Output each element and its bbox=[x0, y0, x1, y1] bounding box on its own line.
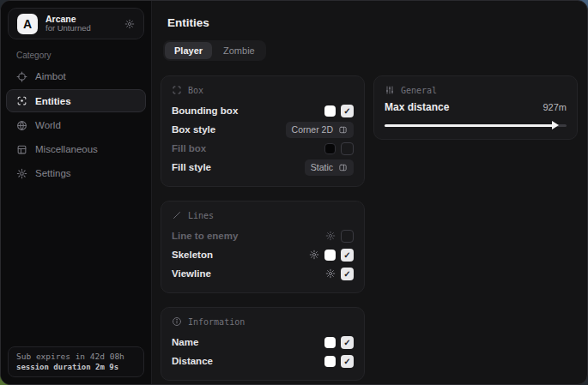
color-swatch[interactable] bbox=[324, 337, 336, 348]
color-swatch[interactable] bbox=[324, 143, 336, 154]
box-card-header: Box bbox=[172, 85, 354, 95]
page-title: Entities bbox=[167, 16, 577, 29]
dropdown-value: Static bbox=[311, 162, 333, 172]
diagonal-line-icon bbox=[172, 210, 182, 220]
session-duration-text: session duration 2m 9s bbox=[16, 363, 136, 371]
setting-row-name: Name ✓ bbox=[172, 333, 354, 352]
sidebar-item-miscellaneous[interactable]: Miscellaneous bbox=[1, 137, 151, 161]
setting-label: Box style bbox=[172, 124, 215, 135]
sidebar-item-aimbot[interactable]: Aimbot bbox=[1, 64, 151, 88]
color-swatch[interactable] bbox=[324, 356, 336, 367]
box-corners-icon bbox=[172, 85, 182, 95]
select-icon bbox=[338, 125, 348, 135]
setting-label: Max distance bbox=[385, 101, 449, 113]
setting-label: Fill box bbox=[172, 143, 206, 153]
box-style-dropdown[interactable]: Corner 2D bbox=[286, 122, 354, 138]
tab-zombie[interactable]: Zombie bbox=[214, 42, 264, 59]
sidebar-item-label: Miscellaneous bbox=[35, 144, 98, 154]
gear-icon[interactable] bbox=[325, 268, 336, 279]
setting-label: Skeleton bbox=[172, 250, 213, 260]
lines-card: Lines Line to enemy Skeleton bbox=[161, 201, 365, 293]
check-icon: ✓ bbox=[343, 106, 350, 116]
sidebar-item-label: Settings bbox=[35, 168, 71, 178]
bounding-box-checkbox[interactable]: ✓ bbox=[341, 105, 354, 117]
sidebar-item-label: Aimbot bbox=[35, 71, 66, 81]
subscription-info: Sub expires in 42d 08h session duration … bbox=[8, 346, 144, 377]
setting-row-fill-style: Fill style Static bbox=[172, 158, 354, 177]
crosshair-icon bbox=[16, 71, 27, 82]
name-checkbox[interactable]: ✓ bbox=[341, 336, 354, 349]
select-icon bbox=[338, 163, 348, 172]
sidebar-item-label: Entities bbox=[35, 96, 71, 106]
app-subtitle: for Unturned bbox=[45, 24, 91, 33]
entity-tabs: Player Zombie bbox=[163, 40, 266, 61]
setting-row-distance: Distance ✓ bbox=[172, 352, 354, 370]
layout-icon bbox=[16, 144, 27, 155]
globe-icon bbox=[16, 120, 27, 131]
gear-icon bbox=[16, 168, 27, 179]
info-icon bbox=[172, 316, 182, 327]
distance-checkbox[interactable]: ✓ bbox=[341, 355, 354, 368]
setting-row-bounding-box: Bounding box ✓ bbox=[172, 101, 354, 120]
check-icon: ✓ bbox=[343, 250, 350, 260]
sidebar-item-entities[interactable]: Entities bbox=[6, 89, 146, 112]
dropdown-value: Corner 2D bbox=[292, 124, 333, 135]
card-title: Information bbox=[188, 317, 245, 327]
app-window: A Arcane for Unturned Category Aimbot bbox=[0, 0, 588, 385]
tab-player[interactable]: Player bbox=[165, 42, 212, 59]
viewline-checkbox[interactable]: ✓ bbox=[341, 268, 354, 280]
setting-label: Line to enemy bbox=[172, 231, 238, 241]
lines-card-header: Lines bbox=[172, 210, 354, 220]
scan-icon bbox=[16, 95, 27, 106]
sidebar-item-settings[interactable]: Settings bbox=[1, 161, 151, 185]
fill-box-checkbox[interactable] bbox=[341, 142, 354, 155]
setting-label: Bounding box bbox=[172, 105, 238, 116]
setting-label: Distance bbox=[172, 356, 213, 366]
sidebar-item-label: World bbox=[35, 120, 61, 130]
card-title: Lines bbox=[188, 211, 214, 220]
setting-row-skeleton: Skeleton ✓ bbox=[172, 245, 354, 264]
information-card-header: Information bbox=[172, 316, 354, 327]
category-label: Category bbox=[16, 51, 151, 60]
information-card: Information Name ✓ Distance ✓ bbox=[161, 307, 365, 381]
card-title: Box bbox=[188, 86, 203, 95]
gear-icon[interactable] bbox=[309, 250, 319, 260]
color-swatch[interactable] bbox=[324, 250, 336, 261]
setting-row-max-distance: Max distance 927m bbox=[385, 101, 567, 113]
sidebar-item-world[interactable]: World bbox=[1, 113, 151, 137]
color-swatch[interactable] bbox=[324, 105, 336, 117]
setting-row-line-to-enemy: Line to enemy bbox=[172, 226, 354, 245]
setting-label: Viewline bbox=[172, 268, 211, 279]
app-logo: A bbox=[17, 14, 38, 34]
line-to-enemy-checkbox[interactable] bbox=[341, 230, 354, 243]
slider-fill bbox=[385, 124, 554, 127]
sidebar-nav: Aimbot Entities World Miscellaneous bbox=[1, 64, 151, 185]
max-distance-value: 927m bbox=[543, 102, 567, 112]
setting-label: Fill style bbox=[172, 162, 211, 172]
general-card: General Max distance 927m bbox=[373, 75, 578, 140]
gear-icon[interactable] bbox=[124, 19, 135, 29]
general-card-header: General bbox=[385, 85, 567, 95]
skeleton-checkbox[interactable]: ✓ bbox=[341, 249, 354, 262]
logo-card: A Arcane for Unturned bbox=[8, 8, 144, 39]
check-icon: ✓ bbox=[343, 357, 350, 366]
setting-row-box-style: Box style Corner 2D bbox=[172, 120, 354, 139]
gear-icon[interactable] bbox=[325, 231, 336, 241]
max-distance-slider[interactable] bbox=[385, 121, 567, 129]
fill-style-dropdown[interactable]: Static bbox=[305, 159, 354, 176]
card-title: General bbox=[401, 86, 437, 95]
check-icon: ✓ bbox=[343, 338, 350, 347]
sliders-icon bbox=[385, 85, 395, 95]
setting-row-viewline: Viewline ✓ bbox=[172, 264, 354, 283]
setting-label: Name bbox=[172, 337, 198, 347]
box-card: Box Bounding box ✓ Box style Co bbox=[161, 75, 365, 187]
check-icon: ✓ bbox=[343, 269, 350, 279]
sub-expiry-text: Sub expires in 42d 08h bbox=[16, 352, 136, 361]
sidebar: A Arcane for Unturned Category Aimbot bbox=[1, 1, 152, 384]
main-panel: Entities Player Zombie Box Bounding box bbox=[153, 1, 587, 384]
setting-row-fill-box: Fill box bbox=[172, 139, 354, 158]
